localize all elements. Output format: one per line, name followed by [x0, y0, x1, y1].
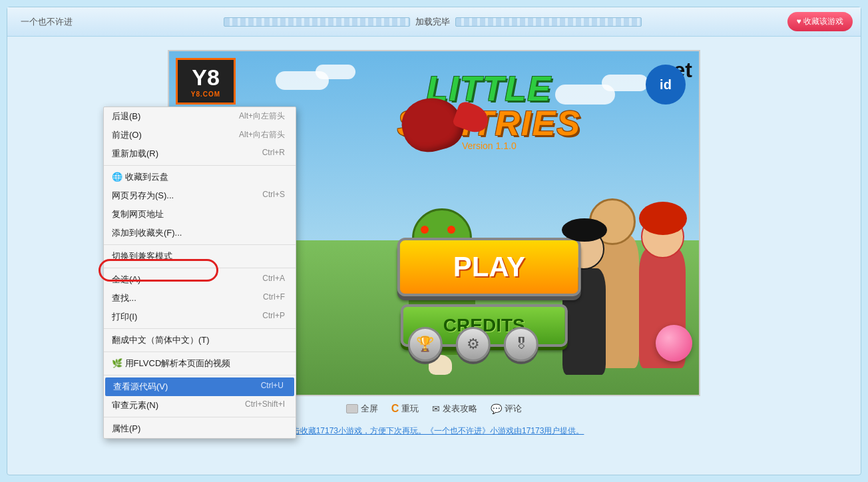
replay-label: 重玩 [401, 403, 419, 415]
comment-icon: 💬 [491, 403, 502, 414]
menu-item-label: 网页另存为(S)... [112, 190, 174, 202]
progress-track [224, 17, 410, 27]
bookmark-button[interactable]: ♥ 收藏该游戏 [787, 12, 853, 31]
menu-divider [104, 352, 296, 352]
context-menu-item-15[interactable]: 属性(P) [104, 419, 296, 438]
post-guide-icon: ✉ [432, 403, 440, 414]
menu-divider [104, 244, 296, 245]
menu-item-shortcut: Alt+向左箭头 [239, 111, 285, 122]
menu-item-label: 全选(A) [112, 274, 140, 286]
menu-item-shortcut: Ctrl+A [262, 274, 285, 286]
menu-item-label: 翻成中文（简体中文）(T) [112, 334, 210, 346]
context-menu-item-13[interactable]: 查看源代码(V)Ctrl+U [105, 377, 294, 396]
menu-item-label: 查看源代码(V) [113, 381, 168, 393]
fullscreen-label: 全屏 [361, 403, 378, 415]
context-menu-item-1[interactable]: 前进(O)Alt+向右箭头 [104, 126, 296, 144]
menu-item-shortcut: Alt+向右箭头 [239, 129, 285, 141]
trophy-icon-btn[interactable]: 🏆 [408, 327, 443, 362]
context-menu-item-3[interactable]: 🌐 收藏到云盘 [104, 168, 296, 186]
idnet-logo-circle: id [646, 65, 686, 105]
context-menu-item-4[interactable]: 网页另存为(S)...Ctrl+S [104, 186, 296, 205]
context-menu-item-2[interactable]: 重新加载(R)Ctrl+R [104, 144, 296, 163]
menu-item-label: 属性(P) [112, 423, 140, 435]
y8-logo: Y8 Y8.COM [176, 58, 236, 105]
idnet-text: id [660, 77, 672, 93]
cloud-2 [316, 65, 355, 79]
orc-eye-l [421, 226, 429, 234]
context-menu-item-11[interactable]: 翻成中文（简体中文）(T) [104, 331, 296, 350]
progress-label: 加载完毕 [415, 16, 450, 28]
y8-sub: Y8.COM [191, 91, 220, 98]
progress-container: 加载完毕 [86, 16, 779, 28]
context-menu: 后退(B)Alt+向左箭头前进(O)Alt+向右箭头重新加载(R)Ctrl+R🌐… [103, 107, 296, 439]
fullscreen-icon [346, 404, 358, 413]
pink-ball [656, 325, 692, 362]
context-menu-item-8[interactable]: 全选(A)Ctrl+A [104, 270, 296, 289]
fullscreen-item[interactable]: 全屏 [346, 403, 378, 415]
context-menu-item-9[interactable]: 查找...Ctrl+F [104, 289, 296, 308]
medal-icon-btn[interactable]: 🎖 [504, 327, 539, 362]
menu-item-label: 切换到兼客模式 [112, 250, 172, 262]
menu-item-label: 🌿 用FLVCD解析本页面的视频 [112, 358, 230, 369]
right-characters [566, 115, 692, 368]
context-menu-item-6[interactable]: 添加到收藏夹(F)... [104, 224, 296, 242]
menu-item-shortcut: Ctrl+F [263, 292, 285, 304]
menu-divider [104, 417, 296, 417]
bottom-link-text: 点击收藏17173小游戏，方便下次再玩。《一个也不许进》小游戏由17173用户提… [284, 426, 584, 435]
menu-item-label: 查找... [112, 292, 136, 304]
replay-icon: C [391, 403, 399, 415]
menu-item-shortcut: Ctrl+U [261, 381, 284, 393]
page-title: 一个也不许进 [15, 13, 78, 31]
comment-item[interactable]: 💬 评论 [491, 403, 522, 415]
menu-item-shortcut: Ctrl+S [262, 190, 285, 202]
menu-item-label: 🌐 收藏到云盘 [112, 171, 168, 183]
comment-label: 评论 [505, 403, 522, 415]
settings-icon-btn[interactable]: ⚙ [456, 327, 491, 362]
post-guide-label: 发表攻略 [443, 403, 477, 415]
menu-item-shortcut: Ctrl+P [262, 311, 285, 323]
darkchar-hair [562, 218, 607, 242]
menu-item-label: 打印(I) [112, 311, 137, 323]
menu-item-label: 后退(B) [112, 111, 140, 122]
menu-item-shortcut: Ctrl+R [262, 148, 285, 160]
menu-item-shortcut: Ctrl+Shift+I [245, 399, 285, 411]
menu-item-label: 添加到收藏夹(F)... [112, 227, 182, 239]
play-button[interactable]: PLAY [397, 238, 581, 296]
menu-item-label: 前进(O) [112, 129, 142, 141]
progress-track-right [455, 17, 642, 27]
menu-item-label: 审查元素(N) [112, 399, 158, 411]
top-bar: 一个也不许进 加载完毕 ♥ 收藏该游戏 [7, 7, 861, 37]
context-menu-item-5[interactable]: 复制网页地址 [104, 205, 296, 224]
game-icons: 🏆 ⚙ 🎖 [408, 327, 539, 362]
cloud-4 [602, 75, 648, 91]
context-menu-item-14[interactable]: 审查元素(N)Ctrl+Shift+I [104, 396, 296, 415]
idnet-logo-area: id .net [653, 58, 692, 83]
dragon-character [402, 98, 489, 171]
menu-divider [104, 165, 296, 166]
context-menu-item-7[interactable]: 切换到兼客模式 [104, 247, 296, 266]
orc-eye-r [447, 226, 455, 234]
menu-item-label: 复制网页地址 [112, 208, 164, 220]
replay-item[interactable]: C 重玩 [391, 403, 419, 415]
y8-text: Y8 [192, 65, 220, 91]
menu-divider [104, 328, 296, 329]
menu-item-label: 重新加载(R) [112, 148, 158, 160]
redgirl-hair [639, 202, 687, 235]
context-menu-item-10[interactable]: 打印(I)Ctrl+P [104, 308, 296, 326]
post-guide-item[interactable]: ✉ 发表攻略 [432, 403, 477, 415]
menu-divider [104, 268, 296, 268]
context-menu-item-12[interactable]: 🌿 用FLVCD解析本页面的视频 [104, 354, 296, 373]
menu-divider [104, 375, 296, 375]
context-menu-item-0[interactable]: 后退(B)Alt+向左箭头 [104, 107, 296, 126]
